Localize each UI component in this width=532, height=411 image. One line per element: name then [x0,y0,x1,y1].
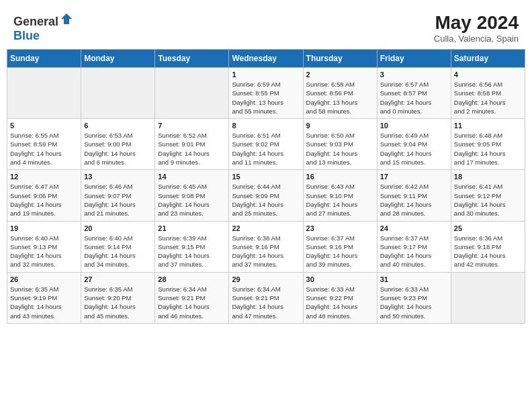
calendar-week-1: 1Sunrise: 6:59 AM Sunset: 8:55 PM Daylig… [7,68,525,119]
calendar-cell: 21Sunrise: 6:39 AM Sunset: 9:15 PM Dayli… [155,221,229,272]
calendar-cell: 12Sunrise: 6:47 AM Sunset: 9:06 PM Dayli… [7,170,81,221]
day-number: 21 [158,224,226,232]
calendar-cell: 9Sunrise: 6:50 AM Sunset: 9:03 PM Daylig… [303,119,377,170]
day-info: Sunrise: 6:38 AM Sunset: 9:16 PM Dayligh… [232,234,300,269]
calendar-cell: 27Sunrise: 6:35 AM Sunset: 9:20 PM Dayli… [81,272,155,323]
page-header: General Blue May 2024 Culla, Valencia, S… [7,7,525,46]
calendar-cell [81,68,155,119]
weekday-header-saturday: Saturday [451,50,525,68]
day-info: Sunrise: 6:50 AM Sunset: 9:03 PM Dayligh… [306,131,374,167]
day-info: Sunrise: 6:45 AM Sunset: 9:08 PM Dayligh… [158,182,226,218]
day-info: Sunrise: 6:52 AM Sunset: 9:01 PM Dayligh… [158,131,226,167]
day-number: 7 [158,122,226,130]
logo-blue: Blue [13,29,40,42]
weekday-header-tuesday: Tuesday [155,50,229,68]
day-number: 14 [158,173,226,181]
calendar-cell: 1Sunrise: 6:59 AM Sunset: 8:55 PM Daylig… [229,68,303,119]
logo: General Blue [13,12,73,43]
day-number: 30 [306,275,374,283]
day-number: 8 [232,122,300,130]
weekday-header-monday: Monday [81,50,155,68]
day-info: Sunrise: 6:47 AM Sunset: 9:06 PM Dayligh… [10,182,78,218]
calendar-cell: 11Sunrise: 6:48 AM Sunset: 9:05 PM Dayli… [451,119,525,170]
location-subtitle: Culla, Valencia, Spain [434,34,519,44]
day-info: Sunrise: 6:58 AM Sunset: 8:56 PM Dayligh… [306,80,374,116]
day-info: Sunrise: 6:35 AM Sunset: 9:20 PM Dayligh… [84,285,152,320]
weekday-header-row: SundayMondayTuesdayWednesdayThursdayFrid… [7,50,525,68]
day-number: 22 [232,224,300,232]
day-info: Sunrise: 6:46 AM Sunset: 9:07 PM Dayligh… [84,182,152,218]
calendar-cell: 10Sunrise: 6:49 AM Sunset: 9:04 PM Dayli… [377,119,451,170]
day-info: Sunrise: 6:42 AM Sunset: 9:11 PM Dayligh… [380,182,448,218]
calendar-cell: 14Sunrise: 6:45 AM Sunset: 9:08 PM Dayli… [155,170,229,221]
day-info: Sunrise: 6:48 AM Sunset: 9:05 PM Dayligh… [454,131,522,167]
day-info: Sunrise: 6:56 AM Sunset: 8:58 PM Dayligh… [454,80,522,116]
calendar-week-5: 26Sunrise: 6:35 AM Sunset: 9:19 PM Dayli… [7,272,525,323]
day-number: 24 [380,224,448,232]
calendar-cell [155,68,229,119]
day-number: 23 [306,224,374,232]
day-info: Sunrise: 6:35 AM Sunset: 9:19 PM Dayligh… [10,285,78,320]
calendar-cell: 6Sunrise: 6:53 AM Sunset: 9:00 PM Daylig… [81,119,155,170]
calendar-cell: 28Sunrise: 6:34 AM Sunset: 9:21 PM Dayli… [155,272,229,323]
calendar-cell: 20Sunrise: 6:40 AM Sunset: 9:14 PM Dayli… [81,221,155,272]
day-number: 9 [306,122,374,130]
calendar-cell: 5Sunrise: 6:55 AM Sunset: 8:59 PM Daylig… [7,119,81,170]
day-info: Sunrise: 6:34 AM Sunset: 9:21 PM Dayligh… [232,285,300,320]
day-number: 17 [380,173,448,181]
calendar-cell: 8Sunrise: 6:51 AM Sunset: 9:02 PM Daylig… [229,119,303,170]
calendar-cell: 19Sunrise: 6:40 AM Sunset: 9:13 PM Dayli… [7,221,81,272]
weekday-header-friday: Friday [377,50,451,68]
calendar-cell: 31Sunrise: 6:33 AM Sunset: 9:23 PM Dayli… [377,272,451,323]
svg-marker-0 [61,13,72,24]
day-number: 12 [10,173,78,181]
day-info: Sunrise: 6:34 AM Sunset: 9:21 PM Dayligh… [158,285,226,320]
calendar-cell: 23Sunrise: 6:37 AM Sunset: 9:16 PM Dayli… [303,221,377,272]
title-block: May 2024 Culla, Valencia, Spain [434,12,519,44]
day-number: 16 [306,173,374,181]
calendar-cell: 22Sunrise: 6:38 AM Sunset: 9:16 PM Dayli… [229,221,303,272]
day-info: Sunrise: 6:33 AM Sunset: 9:23 PM Dayligh… [380,285,448,320]
day-number: 19 [10,224,78,232]
day-number: 2 [306,71,374,79]
day-number: 27 [84,275,152,283]
day-number: 6 [84,122,152,130]
day-number: 18 [454,173,522,181]
day-info: Sunrise: 6:41 AM Sunset: 9:12 PM Dayligh… [454,182,522,218]
calendar-cell: 26Sunrise: 6:35 AM Sunset: 9:19 PM Dayli… [7,272,81,323]
day-info: Sunrise: 6:37 AM Sunset: 9:16 PM Dayligh… [306,234,374,269]
day-info: Sunrise: 6:44 AM Sunset: 9:09 PM Dayligh… [232,182,300,218]
calendar-cell: 3Sunrise: 6:57 AM Sunset: 8:57 PM Daylig… [377,68,451,119]
day-info: Sunrise: 6:49 AM Sunset: 9:04 PM Dayligh… [380,131,448,167]
calendar-header: SundayMondayTuesdayWednesdayThursdayFrid… [7,50,525,68]
weekday-header-sunday: Sunday [7,50,81,68]
day-number: 26 [10,275,78,283]
logo-wordmark: General Blue [13,12,73,43]
calendar-cell: 25Sunrise: 6:36 AM Sunset: 9:18 PM Dayli… [451,221,525,272]
calendar-cell: 4Sunrise: 6:56 AM Sunset: 8:58 PM Daylig… [451,68,525,119]
day-number: 11 [454,122,522,130]
day-number: 4 [454,71,522,79]
calendar-cell: 2Sunrise: 6:58 AM Sunset: 8:56 PM Daylig… [303,68,377,119]
calendar-cell: 15Sunrise: 6:44 AM Sunset: 9:09 PM Dayli… [229,170,303,221]
weekday-header-thursday: Thursday [303,50,377,68]
day-number: 10 [380,122,448,130]
calendar-cell: 24Sunrise: 6:37 AM Sunset: 9:17 PM Dayli… [377,221,451,272]
day-number: 5 [10,122,78,130]
day-number: 31 [380,275,448,283]
calendar-cell: 30Sunrise: 6:33 AM Sunset: 9:22 PM Dayli… [303,272,377,323]
day-info: Sunrise: 6:37 AM Sunset: 9:17 PM Dayligh… [380,234,448,269]
calendar-cell: 17Sunrise: 6:42 AM Sunset: 9:11 PM Dayli… [377,170,451,221]
calendar-body: 1Sunrise: 6:59 AM Sunset: 8:55 PM Daylig… [7,68,525,324]
calendar-cell: 7Sunrise: 6:52 AM Sunset: 9:01 PM Daylig… [155,119,229,170]
calendar-week-2: 5Sunrise: 6:55 AM Sunset: 8:59 PM Daylig… [7,119,525,170]
day-info: Sunrise: 6:33 AM Sunset: 9:22 PM Dayligh… [306,285,374,320]
day-info: Sunrise: 6:53 AM Sunset: 9:00 PM Dayligh… [84,131,152,167]
calendar-table: SundayMondayTuesdayWednesdayThursdayFrid… [7,49,525,324]
day-info: Sunrise: 6:57 AM Sunset: 8:57 PM Dayligh… [380,80,448,116]
day-info: Sunrise: 6:36 AM Sunset: 9:18 PM Dayligh… [454,234,522,269]
calendar-week-3: 12Sunrise: 6:47 AM Sunset: 9:06 PM Dayli… [7,170,525,221]
calendar-cell [451,272,525,323]
day-number: 29 [232,275,300,283]
calendar-cell: 18Sunrise: 6:41 AM Sunset: 9:12 PM Dayli… [451,170,525,221]
